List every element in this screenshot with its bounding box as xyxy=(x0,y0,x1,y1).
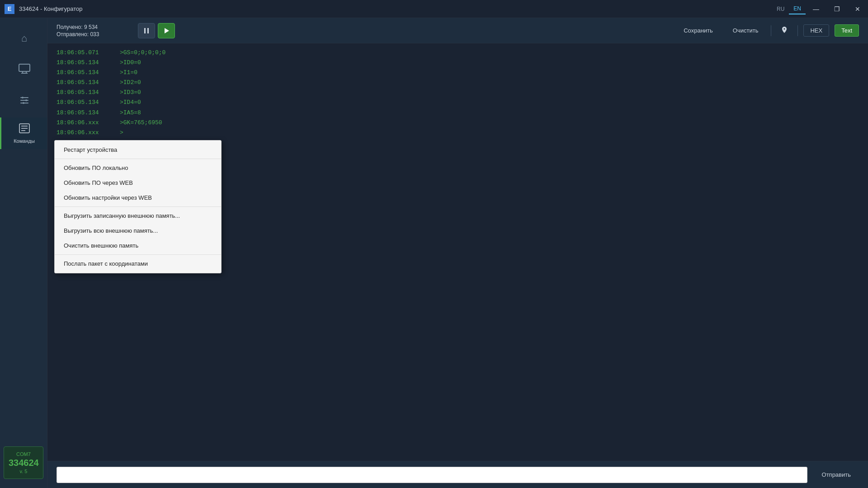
context-menu-item-update-local[interactable]: Обновить ПО локально xyxy=(55,160,221,175)
clear-button[interactable]: Очистить xyxy=(726,25,766,36)
save-button[interactable]: Сохранить xyxy=(676,25,720,36)
log-time: 18:06:05.134 xyxy=(57,88,106,98)
monitor-icon xyxy=(19,64,30,76)
log-line: 18:06:05.134>ID0=0 xyxy=(57,58,859,68)
command-input[interactable] xyxy=(57,467,807,483)
status-port: COM7 xyxy=(9,451,38,457)
log-msg: >I1=0 xyxy=(120,68,137,78)
pin-icon-button[interactable] xyxy=(777,23,792,38)
context-menu-item-update-web[interactable]: Обновить ПО через WEB xyxy=(55,175,221,190)
log-line: 18:06:05.071>GS=0;0;0;0;0 xyxy=(57,48,859,58)
maximize-button[interactable]: ❐ xyxy=(826,0,847,18)
context-menu-item-update-settings-web[interactable]: Обновить настройки через WEB xyxy=(55,190,221,205)
received-stat: Получено: 9 534 xyxy=(57,24,129,30)
home-icon: ⌂ xyxy=(21,33,27,44)
log-msg: >GS=0;0;0;0;0 xyxy=(120,48,165,58)
received-value: 9 534 xyxy=(84,24,98,30)
log-line: 18:06:05.134>ID4=0 xyxy=(57,98,859,108)
context-menu-item-restart[interactable]: Рестарт устройства xyxy=(55,142,221,157)
log-line: 18:06:05.134>IA5=8 xyxy=(57,108,859,118)
svg-rect-11 xyxy=(144,28,146,33)
log-msg: >ID3=0 xyxy=(120,88,141,98)
toolbar: Получено: 9 534 Отправлено: 033 xyxy=(47,18,868,43)
context-menu-divider xyxy=(55,206,221,207)
settings-icon xyxy=(19,95,30,108)
svg-marker-13 xyxy=(165,28,169,33)
app-title: 334624 - Конфигуратор xyxy=(19,5,82,12)
main-layout: ⌂ xyxy=(0,18,868,488)
svg-rect-12 xyxy=(147,28,149,33)
content-area: Получено: 9 534 Отправлено: 033 xyxy=(47,18,868,488)
svg-point-4 xyxy=(22,97,24,99)
context-menu-item-export-written[interactable]: Выгрузить записанную внешнюю память... xyxy=(55,208,221,223)
status-version: v. 5 xyxy=(9,469,38,474)
lang-en-btn[interactable]: EN xyxy=(789,4,806,14)
commands-icon xyxy=(19,123,30,136)
context-menu-item-send-coords[interactable]: Послать пакет с координатами xyxy=(55,256,221,271)
status-id: 334624 xyxy=(9,457,38,469)
hex-button[interactable]: HEX xyxy=(803,24,829,37)
toolbar-right: Сохранить Очистить HEX Text xyxy=(676,23,859,38)
sent-stat: Отправлено: 033 xyxy=(57,31,129,38)
log-msg: >ID4=0 xyxy=(120,98,141,108)
log-line: 18:06:05.134>ID3=0 xyxy=(57,88,859,98)
sent-value: 033 xyxy=(90,31,99,38)
pause-button[interactable] xyxy=(138,23,155,38)
title-bar: E 334624 - Конфигуратор RU EN — ❐ ✕ xyxy=(0,0,868,18)
app-icon: E xyxy=(5,4,14,14)
log-time: 18:06:06.xxx xyxy=(57,128,106,138)
text-button[interactable]: Text xyxy=(835,24,859,37)
context-menu-item-clear-ext[interactable]: Очистить внешнюю память xyxy=(55,238,221,253)
toolbar-separator2 xyxy=(797,25,798,36)
log-msg: > xyxy=(120,128,123,138)
sidebar-label-commands: Команды xyxy=(14,138,35,144)
log-time: 18:06:05.134 xyxy=(57,58,106,68)
lang-ru-btn[interactable]: RU xyxy=(772,4,789,14)
log-time: 18:06:05.134 xyxy=(57,98,106,108)
log-line: 18:06:05.134>ID2=0 xyxy=(57,78,859,88)
svg-rect-0 xyxy=(19,64,30,71)
log-line: 18:06:06.xxx> xyxy=(57,128,859,138)
log-time: 18:06:05.071 xyxy=(57,48,106,58)
sidebar-item-monitor[interactable] xyxy=(0,54,47,86)
sent-label: Отправлено: xyxy=(57,31,89,38)
minimize-button[interactable]: — xyxy=(806,0,826,18)
close-button[interactable]: ✕ xyxy=(847,0,868,18)
context-menu-item-export-all[interactable]: Выгрузить всю внешнюю память... xyxy=(55,223,221,238)
context-menu-divider xyxy=(55,159,221,159)
title-bar-right: RU EN — ❐ ✕ xyxy=(772,0,868,18)
play-button[interactable] xyxy=(158,23,175,38)
title-bar-left: E 334624 - Конфигуратор xyxy=(5,4,82,14)
context-menu-divider xyxy=(55,254,221,255)
svg-point-5 xyxy=(25,99,27,101)
toolbar-separator xyxy=(771,25,771,36)
log-msg: >IA5=8 xyxy=(120,108,141,118)
sidebar-item-home[interactable]: ⌂ xyxy=(0,23,47,54)
sidebar: ⌂ xyxy=(0,18,47,488)
log-msg: >GK=765;6950 xyxy=(120,118,162,128)
received-label: Получено: xyxy=(57,24,83,30)
context-menu: Рестарт устройстваОбновить ПО локальноОб… xyxy=(54,140,222,273)
sidebar-item-commands[interactable]: Команды xyxy=(0,117,47,149)
sidebar-item-settings[interactable] xyxy=(0,86,47,117)
log-time: 18:06:05.134 xyxy=(57,108,106,118)
log-msg: >ID0=0 xyxy=(120,58,141,68)
log-line: 18:06:06.xxx>GK=765;6950 xyxy=(57,118,859,128)
svg-point-6 xyxy=(23,102,24,104)
window-controls: — ❐ ✕ xyxy=(806,0,868,18)
stats-panel: Получено: 9 534 Отправлено: 033 xyxy=(57,24,129,38)
log-line: 18:06:05.134>I1=0 xyxy=(57,68,859,78)
bottom-bar: Отправить xyxy=(47,461,868,488)
send-button[interactable]: Отправить xyxy=(814,468,859,481)
log-time: 18:06:05.134 xyxy=(57,68,106,78)
log-msg: >ID2=0 xyxy=(120,78,141,88)
log-time: 18:06:05.134 xyxy=(57,78,106,88)
status-card: COM7 334624 v. 5 xyxy=(4,446,43,479)
log-time: 18:06:06.xxx xyxy=(57,118,106,128)
playback-controls xyxy=(138,23,175,38)
